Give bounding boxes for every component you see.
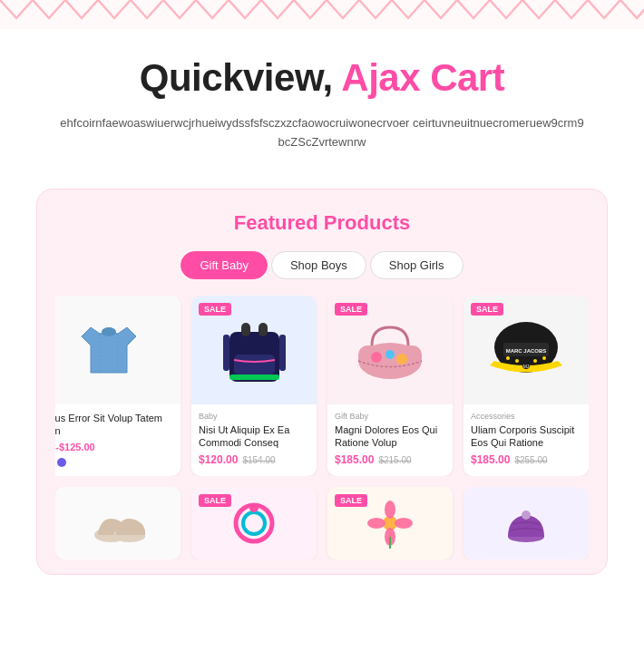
rings-icon bbox=[229, 499, 279, 549]
svg-point-26 bbox=[249, 503, 259, 512]
zigzag-banner bbox=[0, 0, 644, 29]
title-pink: Ajax Cart bbox=[341, 56, 504, 99]
beanie-icon bbox=[502, 499, 551, 549]
sale-badge-cap: SALE bbox=[471, 303, 503, 316]
sweater-icon bbox=[73, 314, 145, 386]
svg-rect-5 bbox=[223, 335, 229, 371]
svg-rect-7 bbox=[229, 374, 279, 380]
price-current-backpack: $120.00 bbox=[199, 453, 238, 466]
svg-rect-3 bbox=[259, 323, 268, 336]
product-info-cap: Accessories Uliam Corporis Suscipit Eos … bbox=[463, 404, 589, 476]
product-card-cap: SALE MARC JACOBS MJ bbox=[463, 296, 589, 477]
svg-point-17 bbox=[515, 359, 519, 363]
svg-point-10 bbox=[371, 352, 382, 363]
price-range-sweater: $0-$125.00 bbox=[55, 442, 95, 452]
product-info-backpack: Baby Nisi Ut Aliquip Ex Ea Commodi Conse… bbox=[191, 404, 317, 476]
tabs-row: Gift Baby Shop Boys Shop Girls bbox=[55, 251, 589, 279]
product-category-bag: Gift Baby bbox=[335, 412, 445, 421]
cap-icon: MARC JACOBS MJ bbox=[485, 311, 567, 388]
product-price-bag: $185.00 $215.00 bbox=[335, 453, 445, 466]
flower-icon bbox=[366, 499, 415, 549]
product-image-sweater bbox=[55, 296, 181, 404]
svg-point-25 bbox=[243, 512, 265, 534]
tab-shop-boys[interactable]: Shop Boys bbox=[271, 251, 366, 279]
shoes-icon bbox=[91, 501, 145, 546]
product-image-beanie bbox=[463, 487, 589, 559]
product-card-sweater: latus Error Sit Volup Tatem san $0-$125.… bbox=[55, 296, 181, 477]
product-info-bag: Gift Baby Magni Dolores Eos Qui Ratione … bbox=[327, 404, 453, 476]
price-current-cap: $185.00 bbox=[471, 453, 510, 466]
product-name-sweater: latus Error Sit Volup Tatem san bbox=[55, 412, 173, 438]
product-category-cap: Accessories bbox=[471, 412, 581, 421]
bag-icon bbox=[349, 314, 431, 386]
svg-point-0 bbox=[102, 327, 116, 336]
main-card: Featured Products Gift Baby Shop Boys Sh… bbox=[36, 189, 608, 576]
product-card-shoes bbox=[55, 487, 181, 559]
featured-title: Featured Products bbox=[55, 211, 589, 235]
product-price-cap: $185.00 $255.00 bbox=[471, 453, 581, 466]
product-category-backpack: Baby bbox=[199, 412, 309, 421]
svg-text:MARC JACOBS: MARC JACOBS bbox=[506, 348, 547, 354]
svg-point-12 bbox=[396, 354, 407, 365]
zigzag-svg bbox=[0, 0, 644, 29]
price-original-backpack: $154.00 bbox=[242, 455, 275, 465]
products-grid-row1: latus Error Sit Volup Tatem san $0-$125.… bbox=[55, 296, 589, 477]
svg-text:MJ: MJ bbox=[523, 364, 530, 369]
price-original-bag: $215.00 bbox=[378, 455, 411, 465]
product-image-shoes bbox=[55, 487, 181, 559]
svg-point-28 bbox=[385, 501, 395, 519]
product-card-flower: SALE bbox=[327, 487, 453, 559]
svg-point-34 bbox=[522, 511, 531, 520]
product-card-rings: SALE bbox=[191, 487, 317, 559]
title-black: Quickview, bbox=[140, 56, 342, 99]
sale-badge-rings: SALE bbox=[199, 494, 231, 507]
sale-badge-bag: SALE bbox=[335, 303, 367, 316]
header-description: ehfcoirnfaewoaswiuerwcjrhueiwydssfsfsczx… bbox=[59, 114, 585, 152]
product-name-bag: Magni Dolores Eos Qui Ratione Volup bbox=[335, 423, 445, 450]
price-current-bag: $185.00 bbox=[335, 453, 374, 466]
color-dots-sweater bbox=[55, 458, 173, 467]
price-original-cap: $255.00 bbox=[514, 455, 547, 465]
tab-shop-girls[interactable]: Shop Girls bbox=[370, 251, 463, 279]
svg-point-16 bbox=[506, 356, 510, 360]
featured-title-black: Featured bbox=[234, 211, 318, 234]
product-name-cap: Uliam Corporis Suscipit Eos Qui Ratione bbox=[471, 423, 581, 450]
products-grid-row2: SALE SALE bbox=[55, 487, 589, 559]
svg-point-18 bbox=[533, 359, 537, 363]
svg-rect-2 bbox=[241, 323, 250, 336]
svg-point-11 bbox=[385, 350, 395, 359]
svg-point-31 bbox=[395, 518, 413, 529]
featured-title-pink: Products bbox=[324, 211, 410, 234]
product-card-beanie bbox=[463, 487, 589, 559]
color-dot-purple bbox=[57, 458, 66, 467]
product-price-backpack: $120.00 $154.00 bbox=[199, 453, 309, 466]
svg-point-30 bbox=[367, 518, 385, 529]
product-name-backpack: Nisi Ut Aliquip Ex Ea Commodi Conseq bbox=[199, 423, 309, 450]
page-title: Quickview, Ajax Cart bbox=[18, 56, 626, 100]
product-card-bag: SALE Gift Baby Magni Dol bbox=[327, 296, 453, 477]
tab-gift-baby[interactable]: Gift Baby bbox=[181, 251, 267, 279]
sale-badge-backpack: SALE bbox=[199, 303, 231, 316]
product-price-sweater: $0-$125.00 bbox=[55, 442, 173, 452]
svg-rect-4 bbox=[234, 355, 275, 374]
product-info-sweater: latus Error Sit Volup Tatem san $0-$125.… bbox=[55, 404, 181, 477]
svg-point-19 bbox=[542, 356, 546, 360]
header-section: Quickview, Ajax Cart ehfcoirnfaewoaswiue… bbox=[0, 29, 644, 170]
product-card-backpack: SALE bbox=[191, 296, 317, 477]
backpack-icon bbox=[216, 309, 293, 391]
sale-badge-flower: SALE bbox=[335, 494, 367, 507]
svg-rect-6 bbox=[279, 335, 286, 371]
